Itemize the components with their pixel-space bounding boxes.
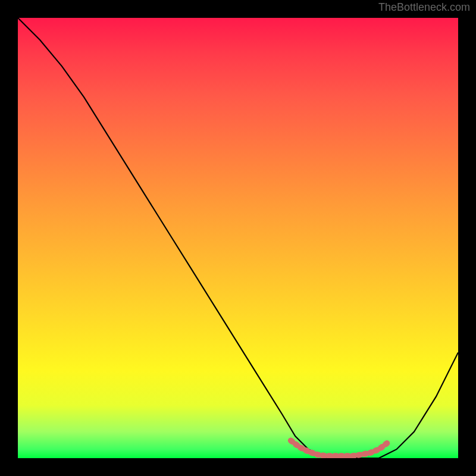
plot-area [18, 18, 458, 458]
chart-svg [18, 18, 458, 458]
bottleneck-curve [18, 18, 458, 458]
attribution-text: TheBottleneck.com [378, 1, 470, 14]
optimal-band-marker [291, 440, 388, 456]
